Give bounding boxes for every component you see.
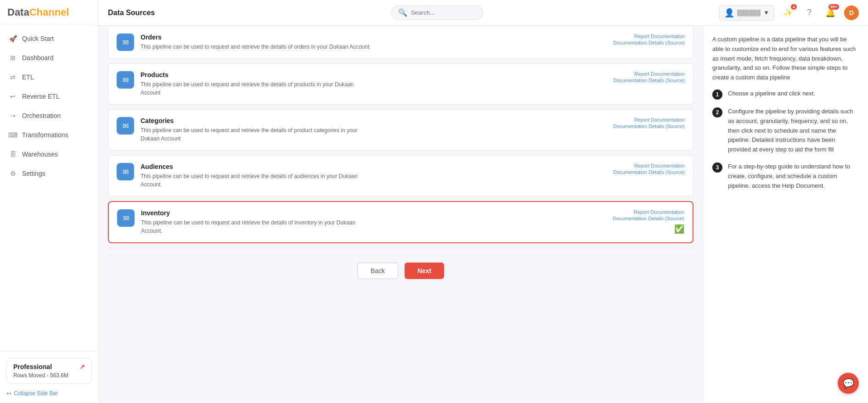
code-icon: ⌨ xyxy=(8,130,17,140)
step-3: 3 For a step-by-step guide to understand… xyxy=(712,162,859,190)
nav-label-transformations: Transformations xyxy=(22,131,68,139)
sidebar-bottom: Professional ↗ Rows Moved - 563.6M ↤ Col… xyxy=(0,351,98,403)
pipeline-info-products: Products This pipeline can be used to re… xyxy=(141,71,370,97)
next-button[interactable]: Next xyxy=(405,263,444,279)
notifications-badge: 99+ xyxy=(829,4,839,10)
logo-channel: Channel xyxy=(29,6,69,18)
sidebar-item-settings[interactable]: ⚙Settings xyxy=(0,164,98,183)
content-area: ✉ Orders This pipeline can be used to re… xyxy=(99,26,868,403)
help-icon: ? xyxy=(807,8,812,17)
pipeline-info-orders: Orders This pipeline can be used to requ… xyxy=(141,34,369,51)
pipeline-title-inventory: Inventory xyxy=(141,209,371,217)
share-alt-icon: ⇢ xyxy=(8,111,17,120)
chat-icon: 💬 xyxy=(843,378,854,389)
pipeline-desc-inventory: This pipeline can be used to request and… xyxy=(141,218,371,235)
pipeline-card-products[interactable]: ✉ Products This pipeline can be used to … xyxy=(108,63,693,105)
back-button[interactable]: Back xyxy=(357,263,398,279)
pipeline-right-audiences: Report Documentation Documentation Detai… xyxy=(611,163,685,176)
doc-link-products[interactable]: Report Documentation xyxy=(611,71,685,77)
source-link-orders[interactable]: Documentation Details (Source) xyxy=(611,40,685,45)
pipeline-desc-products: This pipeline can be used to request and… xyxy=(141,80,370,97)
search-icon: 🔍 xyxy=(398,8,407,17)
rocket-icon: 🚀 xyxy=(8,34,17,43)
nav-label-orchestration: Orchestration xyxy=(22,112,61,119)
source-link-categories[interactable]: Documentation Details (Source) xyxy=(611,123,685,129)
pipeline-card-orders[interactable]: ✉ Orders This pipeline can be used to re… xyxy=(108,26,693,59)
pipeline-desc-orders: This pipeline can be used to request and… xyxy=(141,43,369,51)
ai-badge: 4 xyxy=(791,4,797,10)
main-content: Data Sources 🔍 👤 ██████ ▼ ✨ 4 ? 🔔 99+ D xyxy=(99,0,868,403)
step-text-2: Configure the pipeline by providing deta… xyxy=(728,107,859,155)
source-link-products[interactable]: Documentation Details (Source) xyxy=(611,78,685,83)
doc-link-inventory[interactable]: Report Documentation xyxy=(611,209,684,215)
pipeline-card-audiences[interactable]: ✉ Audiences This pipeline can be used to… xyxy=(108,155,693,196)
search-input[interactable] xyxy=(411,9,476,16)
ai-sparkle-button[interactable]: ✨ 4 xyxy=(781,6,795,20)
arrows-icon: ⇄ xyxy=(8,73,17,82)
pipeline-right-inventory: Report Documentation Documentation Detai… xyxy=(611,209,684,234)
account-selector[interactable]: 👤 ██████ ▼ xyxy=(719,5,774,21)
step-1: 1 Choose a pipeline and click next. xyxy=(712,89,859,100)
doc-link-categories[interactable]: Report Documentation xyxy=(611,117,685,123)
pipeline-info-categories: Categories This pipeline can be used to … xyxy=(141,117,370,143)
chevron-down-icon: ▼ xyxy=(763,9,769,16)
nav-label-quick-start: Quick Start xyxy=(22,35,54,42)
plan-label: Professional xyxy=(13,363,52,370)
search-box[interactable]: 🔍 xyxy=(391,6,483,20)
pipeline-info-audiences: Audiences This pipeline can be used to r… xyxy=(141,163,370,189)
pipeline-card-inventory[interactable]: ✉ Inventory This pipeline can be used to… xyxy=(108,201,693,243)
collapse-sidebar-button[interactable]: ↤ Collapse Side Bar xyxy=(6,387,92,399)
nav-label-dashboard: Dashboard xyxy=(22,54,54,62)
help-button[interactable]: ? xyxy=(802,6,817,20)
header: Data Sources 🔍 👤 ██████ ▼ ✨ 4 ? 🔔 99+ D xyxy=(99,0,868,26)
notifications-button[interactable]: 🔔 99+ xyxy=(823,6,838,20)
grid-icon: ⊞ xyxy=(8,53,17,62)
pipeline-icon-inventory: ✉ xyxy=(117,209,135,227)
nav-label-settings: Settings xyxy=(22,170,45,177)
page-title: Data Sources xyxy=(108,9,155,17)
pipeline-icon-orders: ✉ xyxy=(117,34,134,51)
sidebar: DataChannel 🚀Quick Start⊞Dashboard⇄ETL↩R… xyxy=(0,0,99,403)
pipeline-card-categories[interactable]: ✉ Categories This pipeline can be used t… xyxy=(108,109,693,151)
header-right: 👤 ██████ ▼ ✨ 4 ? 🔔 99+ D xyxy=(719,5,859,21)
logo: DataChannel xyxy=(0,0,98,25)
nav-label-etl: ETL xyxy=(22,73,34,81)
step-text-1: Choose a pipeline and click next. xyxy=(728,89,815,99)
doc-link-audiences[interactable]: Report Documentation xyxy=(611,163,685,168)
selected-check-icon: ✅ xyxy=(611,224,684,234)
pipeline-info-inventory: Inventory This pipeline can be used to r… xyxy=(141,209,371,235)
undo-icon: ↩ xyxy=(8,92,17,101)
sidebar-item-quick-start[interactable]: 🚀Quick Start xyxy=(0,29,98,48)
pipeline-icon-audiences: ✉ xyxy=(117,163,134,180)
step-text-3: For a step-by-step guide to understand h… xyxy=(728,162,859,190)
pipeline-right-categories: Report Documentation Documentation Detai… xyxy=(611,117,685,130)
pipeline-icon-products: ✉ xyxy=(117,71,134,89)
collapse-label: Collapse Side Bar xyxy=(14,390,58,397)
chat-bubble-button[interactable]: 💬 xyxy=(838,373,859,394)
nav-label-reverse-etl: Reverse ETL xyxy=(22,93,60,100)
nav-label-warehouses: Warehouses xyxy=(22,151,58,158)
source-link-audiences[interactable]: Documentation Details (Source) xyxy=(611,169,685,175)
pipeline-right-products: Report Documentation Documentation Detai… xyxy=(611,71,685,84)
pipeline-left-inventory: ✉ Inventory This pipeline can be used to… xyxy=(117,209,371,235)
sidebar-item-warehouses[interactable]: 🗄Warehouses xyxy=(0,145,98,164)
doc-link-orders[interactable]: Report Documentation xyxy=(611,34,685,39)
pipeline-right-orders: Report Documentation Documentation Detai… xyxy=(611,34,685,46)
sidebar-item-transformations[interactable]: ⌨Transformations xyxy=(0,125,98,145)
sidebar-item-orchestration[interactable]: ⇢Orchestration xyxy=(0,106,98,125)
info-panel: A custom pipeline is a data pipeline tha… xyxy=(703,26,868,403)
external-link-icon[interactable]: ↗ xyxy=(79,363,85,370)
logo-data: Data xyxy=(7,6,29,18)
sparkle-icon: ✨ xyxy=(783,8,793,17)
source-link-inventory[interactable]: Documentation Details (Source) xyxy=(611,216,684,221)
sidebar-item-dashboard[interactable]: ⊞Dashboard xyxy=(0,48,98,67)
user-avatar[interactable]: D xyxy=(844,6,859,20)
sidebar-item-etl[interactable]: ⇄ETL xyxy=(0,67,98,87)
account-name: ██████ xyxy=(737,10,761,16)
database-icon: 🗄 xyxy=(8,150,17,159)
sidebar-item-reverse-etl[interactable]: ↩Reverse ETL xyxy=(0,87,98,106)
pipeline-left-orders: ✉ Orders This pipeline can be used to re… xyxy=(117,34,369,51)
rows-moved-label: Rows Moved - 563.6M xyxy=(13,372,85,379)
pipeline-title-audiences: Audiences xyxy=(141,163,370,170)
pipeline-left-products: ✉ Products This pipeline can be used to … xyxy=(117,71,370,97)
